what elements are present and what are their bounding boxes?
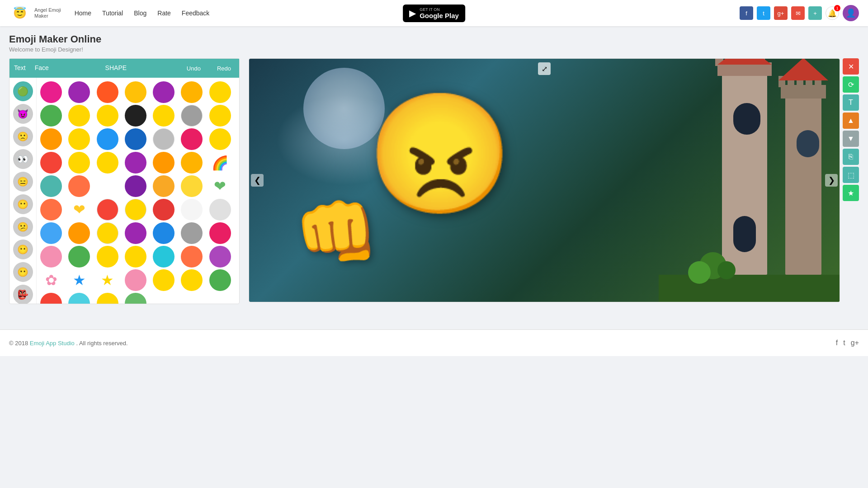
footer-twitter[interactable]: t xyxy=(843,339,845,347)
emoji-cell[interactable]: ★ xyxy=(97,269,118,291)
footer-googleplus[interactable]: g+ xyxy=(851,339,859,347)
emoji-cell[interactable] xyxy=(209,199,231,221)
emoji-cell[interactable] xyxy=(97,175,118,197)
tab-text[interactable]: Text xyxy=(14,62,26,74)
googleplus-button[interactable]: g+ xyxy=(774,6,788,20)
emoji-cell[interactable] xyxy=(181,199,203,221)
emoji-cell[interactable] xyxy=(97,222,118,244)
text-button[interactable]: T xyxy=(843,94,859,111)
emoji-cell[interactable] xyxy=(68,128,90,150)
face-option[interactable]: 👺 xyxy=(13,285,33,304)
next-button[interactable]: ❯ xyxy=(825,174,838,187)
nav-feedback[interactable]: Feedback xyxy=(182,9,209,17)
emoji-cell[interactable] xyxy=(97,81,118,103)
emoji-cell[interactable] xyxy=(97,293,118,304)
undo-button[interactable]: Undo xyxy=(183,63,204,74)
emoji-cell[interactable] xyxy=(97,105,118,127)
face-option[interactable]: 😶 xyxy=(13,239,33,259)
emoji-cell[interactable] xyxy=(125,81,146,103)
move-up-button[interactable]: ▲ xyxy=(843,113,859,129)
expand-button[interactable]: ⤢ xyxy=(538,62,551,75)
studio-link[interactable]: Emoji App Studio xyxy=(30,340,75,347)
emoji-cell[interactable] xyxy=(125,222,146,244)
emoji-cell[interactable] xyxy=(68,175,90,197)
emoji-cell[interactable] xyxy=(181,105,203,127)
favorite-button[interactable]: ★ xyxy=(843,185,859,201)
emoji-grid-wrapper[interactable]: 🌈❤❤✿★★ xyxy=(37,78,239,304)
emoji-cell[interactable] xyxy=(125,246,146,267)
emoji-cell[interactable] xyxy=(125,152,146,174)
emoji-cell[interactable] xyxy=(68,293,90,304)
emoji-cell[interactable] xyxy=(125,128,146,150)
emoji-cell[interactable] xyxy=(40,199,62,221)
emoji-cell[interactable] xyxy=(40,105,62,127)
copy-button[interactable]: ⎘ xyxy=(843,149,859,165)
face-option[interactable]: 😑 xyxy=(13,172,33,192)
plus-button[interactable]: + xyxy=(808,6,822,20)
face-option-active[interactable]: 🟢 xyxy=(13,81,33,101)
paste-button[interactable]: ⬚ xyxy=(843,167,859,183)
avatar-button[interactable]: 👤 xyxy=(843,5,859,21)
refresh-button[interactable]: ⟳ xyxy=(843,76,859,93)
face-option[interactable]: 👀 xyxy=(13,149,33,169)
emoji-cell[interactable] xyxy=(40,222,62,244)
emoji-cell[interactable] xyxy=(153,199,175,221)
face-option[interactable]: 😈 xyxy=(13,104,33,124)
fist-emoji[interactable]: 👊 xyxy=(294,198,379,266)
logo[interactable]: 😇 Angel EmojiMaker xyxy=(9,2,61,24)
emoji-cell[interactable] xyxy=(40,152,62,174)
twitter-button[interactable]: t xyxy=(757,6,770,20)
emoji-cell[interactable] xyxy=(68,105,90,127)
angry-emoji[interactable]: 😠 xyxy=(367,95,513,212)
close-button[interactable]: ✕ xyxy=(843,58,859,75)
move-down-button[interactable]: ▼ xyxy=(843,131,859,147)
emoji-cell[interactable] xyxy=(40,128,62,150)
emoji-cell[interactable] xyxy=(40,175,62,197)
emoji-cell[interactable]: 🌈 xyxy=(209,152,231,174)
emoji-cell[interactable] xyxy=(209,105,231,127)
emoji-cell[interactable] xyxy=(125,293,146,304)
redo-button[interactable]: Redo xyxy=(213,63,235,74)
emoji-cell[interactable] xyxy=(181,152,203,174)
emoji-cell[interactable] xyxy=(125,199,146,221)
emoji-cell[interactable] xyxy=(125,175,146,197)
footer-facebook[interactable]: f xyxy=(836,339,838,347)
notification-button[interactable]: 🔔 1 xyxy=(826,6,839,20)
emoji-cell[interactable] xyxy=(125,269,146,291)
emoji-cell[interactable] xyxy=(181,269,203,291)
nav-home[interactable]: Home xyxy=(75,9,91,17)
emoji-cell[interactable] xyxy=(125,105,146,127)
emoji-cell[interactable] xyxy=(209,81,231,103)
emoji-cell[interactable] xyxy=(209,222,231,244)
emoji-cell[interactable] xyxy=(68,246,90,267)
emoji-cell[interactable]: ✿ xyxy=(40,269,62,291)
emoji-cell[interactable] xyxy=(153,81,175,103)
emoji-cell[interactable]: ❤ xyxy=(68,199,90,221)
emoji-cell[interactable] xyxy=(153,175,175,197)
emoji-cell[interactable] xyxy=(40,81,62,103)
tab-face[interactable]: Face xyxy=(35,62,49,74)
emoji-cell[interactable] xyxy=(181,246,203,267)
face-option[interactable]: 😶 xyxy=(13,194,33,214)
emoji-cell[interactable]: ❤ xyxy=(209,175,231,197)
face-option[interactable]: 🙁 xyxy=(13,127,33,146)
emoji-cell[interactable] xyxy=(181,81,203,103)
nav-rate[interactable]: Rate xyxy=(157,9,171,17)
face-option[interactable]: 😕 xyxy=(13,217,33,237)
emoji-cell[interactable] xyxy=(97,128,118,150)
tab-shape[interactable]: SHAPE xyxy=(105,62,127,74)
emoji-cell[interactable] xyxy=(40,293,62,304)
emoji-cell[interactable] xyxy=(153,152,175,174)
emoji-cell[interactable] xyxy=(153,269,175,291)
google-play-button[interactable]: ▶ GET IT ON Google Play xyxy=(403,5,465,22)
emoji-cell[interactable] xyxy=(209,246,231,267)
facebook-button[interactable]: f xyxy=(740,6,753,20)
emoji-cell[interactable] xyxy=(68,222,90,244)
emoji-cell[interactable] xyxy=(97,152,118,174)
emoji-cell[interactable] xyxy=(181,128,203,150)
emoji-cell[interactable] xyxy=(97,199,118,221)
face-option[interactable]: 😶 xyxy=(13,262,33,282)
nav-tutorial[interactable]: Tutorial xyxy=(102,9,123,17)
emoji-cell[interactable] xyxy=(181,222,203,244)
nav-blog[interactable]: Blog xyxy=(134,9,146,17)
